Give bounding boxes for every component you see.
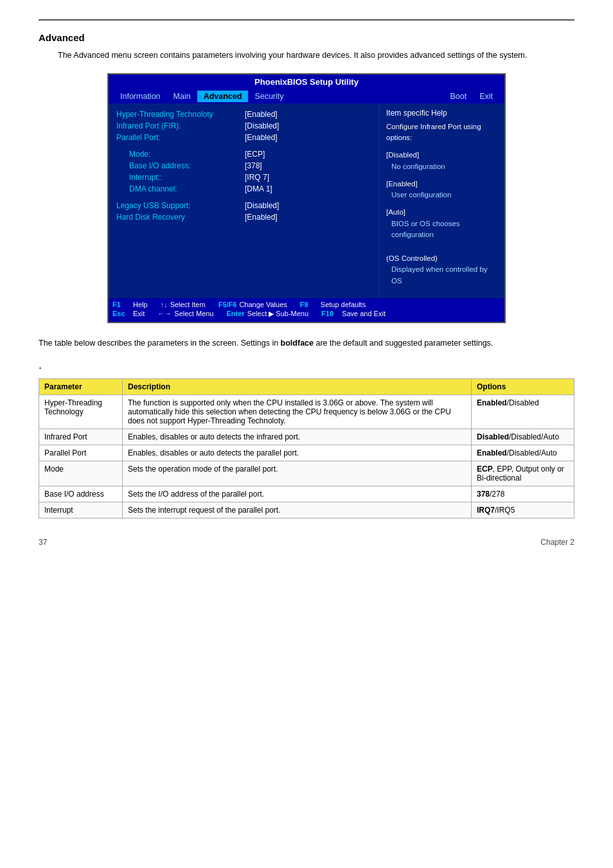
help-os-value: (OS Controlled): [386, 253, 498, 264]
param-infrared: Infrared Port: [39, 429, 123, 445]
footer-desc-change-values: Change Values: [239, 301, 287, 308]
bios-footer-row-2: Esc Exit ←→ Select Menu Enter Select ▶ S…: [112, 310, 501, 318]
help-auto-value: [Auto]: [386, 207, 498, 218]
footer-key-f10: F10: [321, 310, 339, 317]
help-block-auto: [Auto] BIOS or OS chooses configuration: [386, 207, 498, 240]
footer-desc-save-exit: Save and Exit: [342, 310, 386, 317]
footer-desc-select-submenu: Select ▶ Sub-Menu: [247, 310, 308, 318]
bios-value-base-io: [378]: [245, 161, 262, 170]
bios-label-usb: Legacy USB Support:: [116, 201, 245, 210]
bios-row-interrupt: Interrupt:: [IRQ 7]: [116, 172, 371, 183]
help-disabled-text: No configuration: [386, 161, 498, 172]
help-auto-text: BIOS or OS chooses configuration: [386, 218, 498, 241]
help-enabled-text: User configuration: [386, 190, 498, 200]
desc-infrared: Enables, disables or auto detects the in…: [123, 429, 472, 445]
bios-label-interrupt: Interrupt::: [116, 173, 245, 182]
param-interrupt: Interrupt: [39, 502, 123, 518]
bios-value-usb: [Disabled]: [245, 201, 279, 210]
bios-nav: Information Main Advanced Security Boot …: [109, 89, 504, 103]
nav-information: Information: [114, 91, 167, 102]
bios-footer-row-1: F1 Help ↑↓ Select Item F5/F6 Change Valu…: [112, 301, 501, 308]
bios-value-mode: [ECP]: [245, 150, 265, 159]
footer-key-enter: Enter: [227, 310, 245, 317]
bios-value-dma: [DMA 1]: [245, 184, 272, 193]
param-hyper: Hyper-Threading Technology: [39, 394, 123, 429]
footer-key-f9: F9: [300, 301, 318, 308]
bios-row-base-io: Base I/O address: [378]: [116, 160, 371, 172]
bios-main-panel: Hyper-Threading Technoloty [Enabled] Inf…: [109, 103, 379, 298]
nav-main: Main: [167, 91, 197, 102]
bios-help-panel: Item specific Help Configure Infrared Po…: [379, 103, 504, 298]
opts-mode-bold: ECP: [477, 465, 493, 474]
opts-hyper: Enabled/Disabled: [472, 394, 574, 429]
param-base-io: Base I/O address: [39, 486, 123, 502]
col-header-parameter: Parameter: [39, 378, 123, 394]
bios-label-dma: DMA channel:: [116, 184, 245, 193]
table-row: Base I/O address Sets the I/O address of…: [39, 486, 574, 502]
help-block-configure: Configure Infrared Port using options:: [386, 121, 498, 144]
help-block-disabled: [Disabled] No configuration: [386, 150, 498, 172]
opts-infrared: Disabled/Disabled/Auto: [472, 429, 574, 445]
bios-content: Hyper-Threading Technoloty [Enabled] Inf…: [109, 103, 504, 298]
opts-parallel-bold: Enabled: [477, 448, 507, 457]
opts-hyper-rest: /Disabled: [507, 398, 539, 407]
opts-mode: ECP, EPP, Output only or Bi-directional: [472, 461, 574, 486]
bios-label-hdd: Hard Disk Recovery: [116, 213, 245, 222]
bios-row-hdd: Hard Disk Recovery [Enabled]: [116, 211, 371, 223]
footer-desc-help: Help: [133, 301, 148, 308]
footer-key-f5f6: F5/F6: [218, 301, 237, 308]
help-block-os: (OS Controlled) Displayed when controlle…: [386, 253, 498, 287]
params-table: Parameter Description Options Hyper-Thre…: [39, 378, 574, 518]
desc-hyper: The function is supported only when the …: [123, 394, 472, 429]
bios-row-parallel: Parallel Port: [Enabled]: [116, 132, 371, 143]
nav-exit: Exit: [473, 91, 499, 102]
opts-parallel: Enabled/Disabled/Auto: [472, 445, 574, 461]
help-os-text: Displayed when controlled by OS: [386, 264, 498, 287]
opts-base-io: 378/278: [472, 486, 574, 502]
nav-boot: Boot: [443, 91, 473, 102]
bios-value-interrupt: [IRQ 7]: [245, 173, 269, 182]
help-disabled-value: [Disabled]: [386, 150, 498, 161]
bios-label-hyper: Hyper-Threading Technoloty: [116, 110, 245, 119]
help-enabled-value: [Enabled]: [386, 179, 498, 190]
page-number: 37: [39, 538, 47, 547]
opts-hyper-bold: Enabled: [477, 398, 507, 407]
opts-interrupt-bold: IRQ7: [477, 506, 495, 515]
bios-spacer-2: [116, 195, 371, 200]
section-title: Advanced: [39, 32, 574, 43]
chapter-label: Chapter 2: [540, 538, 574, 547]
table-row: Infrared Port Enables, disables or auto …: [39, 429, 574, 445]
bios-label-parallel: Parallel Port:: [116, 133, 245, 142]
bios-value-hyper: [Enabled]: [245, 110, 278, 119]
help-section: Configure Infrared Port using options: […: [386, 121, 498, 287]
footer-key-esc: Esc: [112, 310, 130, 317]
bios-value-hdd: [Enabled]: [245, 213, 278, 222]
bios-value-parallel: [Enabled]: [245, 133, 278, 142]
desc-base-io: Sets the I/O address of the parallel por…: [123, 486, 472, 502]
desc-text: The table below describes the parameters…: [39, 337, 574, 350]
bios-screenshot: PhoenixBIOS Setup Utility Information Ma…: [107, 73, 506, 323]
nav-security: Security: [248, 91, 290, 102]
bios-title-bar: PhoenixBIOS Setup Utility: [109, 75, 504, 89]
dot-spacer: .: [39, 359, 574, 372]
help-configure-text: Configure Infrared Port using options:: [386, 123, 481, 141]
table-row: Hyper-Threading Technology The function …: [39, 394, 574, 429]
footer-arrow-updown: ↑↓: [161, 301, 168, 308]
footer-key-f1: F1: [112, 301, 130, 308]
bios-row-mode: Mode: [ECP]: [116, 148, 371, 160]
bios-label-mode: Mode:: [116, 150, 245, 159]
table-row: Parallel Port Enables, disables or auto …: [39, 445, 574, 461]
col-header-description: Description: [123, 378, 472, 394]
opts-interrupt: IRQ7/IRQ5: [472, 502, 574, 518]
opts-base-io-rest: /278: [490, 490, 504, 499]
help-title: Item specific Help: [386, 109, 498, 118]
table-row: Interrupt Sets the interrupt request of …: [39, 502, 574, 518]
bios-row-usb: Legacy USB Support: [Disabled]: [116, 200, 371, 211]
bios-footer: F1 Help ↑↓ Select Item F5/F6 Change Valu…: [109, 298, 504, 322]
help-spacer: [386, 247, 498, 253]
footer-desc-setup-defaults: Setup defaults: [321, 301, 366, 308]
opts-infrared-rest: /Disabled/Auto: [509, 432, 559, 441]
desc-mode: Sets the operation mode of the parallel …: [123, 461, 472, 486]
footer-desc-select-menu: Select Menu: [174, 310, 213, 317]
desc-interrupt: Sets the interrupt request of the parall…: [123, 502, 472, 518]
